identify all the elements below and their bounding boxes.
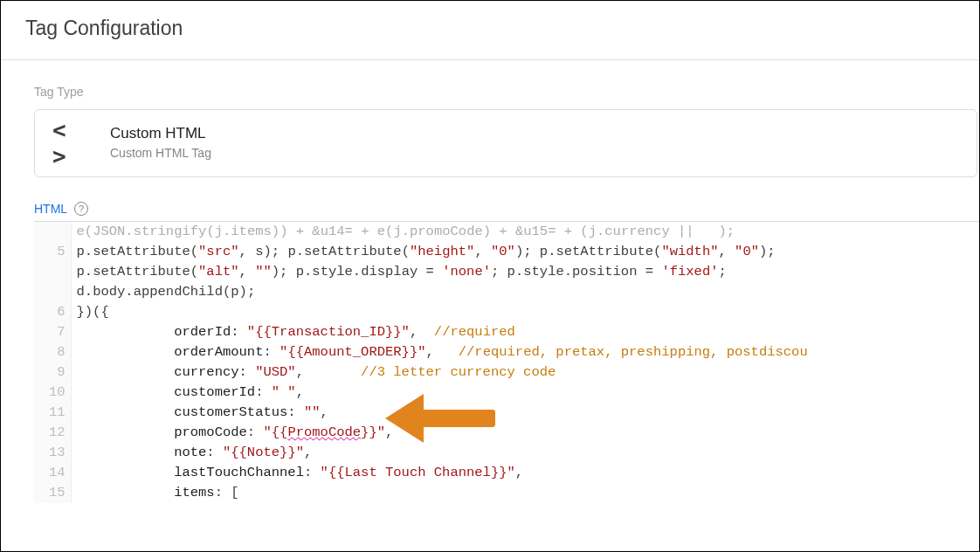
code-token: || ); [670, 224, 735, 239]
code-cell[interactable]: orderAmount: "{{Amount_ORDER}}", //requi… [71, 342, 979, 362]
editor-section-label: HTML ? [34, 202, 979, 216]
code-token: . [564, 264, 572, 279]
code-token: JSON [93, 224, 125, 239]
code-cell[interactable]: promoCode: "{{PromoCode}}", [71, 423, 979, 443]
code-token: ) + [483, 224, 515, 239]
code-token: . [85, 284, 93, 300]
code-token: ); [264, 244, 288, 259]
code-editor[interactable]: e(JSON.stringify(j.items)) + &u14= + e(j… [34, 221, 979, 503]
code-token: setAttribute [556, 244, 653, 259]
code-cell[interactable]: orderId: "{{Transaction_ID}}", //require… [71, 322, 979, 342]
code-token: . [296, 244, 304, 259]
code-token: currency [174, 364, 238, 380]
content-area: Tag Type < > Custom HTML Custom HTML Tag… [1, 85, 979, 503]
code-token: , [296, 384, 304, 400]
code-token: promoCode [174, 424, 247, 440]
code-token: style [312, 264, 353, 279]
code-token: = [418, 264, 442, 279]
code-line: 9 currency: "USD", //3 letter currency c… [34, 362, 979, 383]
code-token: : [ [215, 485, 239, 500]
code-token: &u14= [312, 224, 353, 239]
code-token: " [418, 344, 425, 360]
code-cell[interactable]: lastTouchChannel: "{{Last Touch Channel}… [71, 463, 979, 483]
page-title: Tag Configuration [25, 17, 955, 40]
code-token: ( [85, 224, 93, 239]
line-number: 15 [34, 483, 71, 503]
code-token: p [77, 264, 85, 279]
code-token [77, 485, 175, 500]
code-token: //3 letter currency code [361, 364, 556, 380]
code-token: ; [491, 264, 507, 279]
code-token: s [255, 244, 263, 259]
code-cell[interactable]: customerId: " ", [71, 383, 979, 403]
code-cell[interactable]: items: [ [71, 483, 979, 503]
code-token: . [85, 244, 93, 259]
code-token: : [231, 324, 247, 340]
code-token: {{Amount_ORDER}} [287, 344, 418, 360]
code-token: " [263, 424, 271, 440]
code-token: + ( [556, 224, 588, 239]
code-token: . [125, 224, 133, 239]
code-token: setAttribute [304, 244, 402, 259]
line-number: 6 [34, 302, 71, 322]
code-line: 11 customerStatus: "", [34, 403, 979, 423]
code-token: {{ [272, 424, 288, 440]
code-cell[interactable]: note: "{{Note}}", [71, 443, 979, 463]
code-token: . [353, 264, 361, 279]
code-cell[interactable]: p.setAttribute("src", s); p.setAttribute… [71, 242, 979, 262]
code-token: e [77, 224, 85, 239]
app-frame: Tag Configuration Tag Type < > Custom HT… [0, 0, 980, 552]
line-number: 9 [34, 362, 71, 383]
code-token: appendChild [134, 284, 223, 300]
tag-type-subtitle: Custom HTML Tag [110, 145, 211, 162]
code-line: 6})({ [34, 302, 979, 322]
code-cell[interactable]: e(JSON.stringify(j.items)) + &u14= + e(j… [71, 222, 979, 242]
code-token: " [296, 445, 304, 460]
tag-type-card[interactable]: < > Custom HTML Custom HTML Tag [34, 109, 977, 177]
code-token: . [125, 284, 133, 300]
line-number: 5 [34, 242, 71, 262]
code-token [77, 324, 175, 340]
code-token: customerStatus [174, 404, 287, 420]
code-token: style [523, 264, 564, 279]
tag-type-text: Custom HTML Custom HTML Tag [110, 124, 211, 162]
code-cell[interactable]: currency: "USD", //3 letter currency cod… [71, 362, 979, 383]
editor-label-text: HTML [34, 202, 67, 216]
code-token: e [377, 224, 385, 239]
code-token: j [215, 224, 223, 239]
code-token: : [206, 445, 223, 460]
code-token: . [85, 264, 93, 279]
line-number [34, 262, 71, 282]
code-cell[interactable]: customerStatus: "", [71, 403, 979, 423]
code-cell[interactable]: d.body.appendChild(p); [71, 282, 979, 302]
code-token: ); [759, 244, 776, 259]
code-token: ( [206, 224, 214, 239]
code-cell[interactable]: p.setAttribute("alt", ""); p.style.displ… [71, 262, 979, 282]
code-token: : [247, 424, 264, 440]
line-number: 10 [34, 383, 71, 403]
code-line: 12 promoCode: "{{PromoCode}}", [34, 423, 979, 443]
code-line: 15 items: [ [34, 483, 979, 503]
line-number: 8 [34, 342, 71, 362]
code-token: ( [223, 284, 231, 300]
line-number: 12 [34, 423, 71, 443]
code-token: setAttribute [93, 244, 190, 259]
code-token [77, 445, 175, 460]
code-token: ); [239, 284, 256, 300]
code-token: 'none' [442, 264, 491, 279]
code-token: : [263, 344, 280, 360]
code-line: d.body.appendChild(p); [34, 282, 979, 302]
header: Tag Configuration [1, 1, 979, 60]
code-token: . [515, 264, 523, 279]
help-icon[interactable]: ? [74, 202, 88, 216]
code-token: ( [190, 264, 198, 279]
code-token: , [239, 244, 256, 259]
code-icon: < > [52, 124, 91, 162]
code-token: , [410, 324, 434, 340]
code-token: p [296, 264, 304, 279]
line-number [34, 282, 71, 302]
code-cell[interactable]: })({ [71, 302, 979, 322]
code-line: e(JSON.stringify(j.items)) + &u14= + e(j… [34, 222, 979, 242]
line-number: 13 [34, 443, 71, 463]
code-token: " [402, 324, 410, 340]
